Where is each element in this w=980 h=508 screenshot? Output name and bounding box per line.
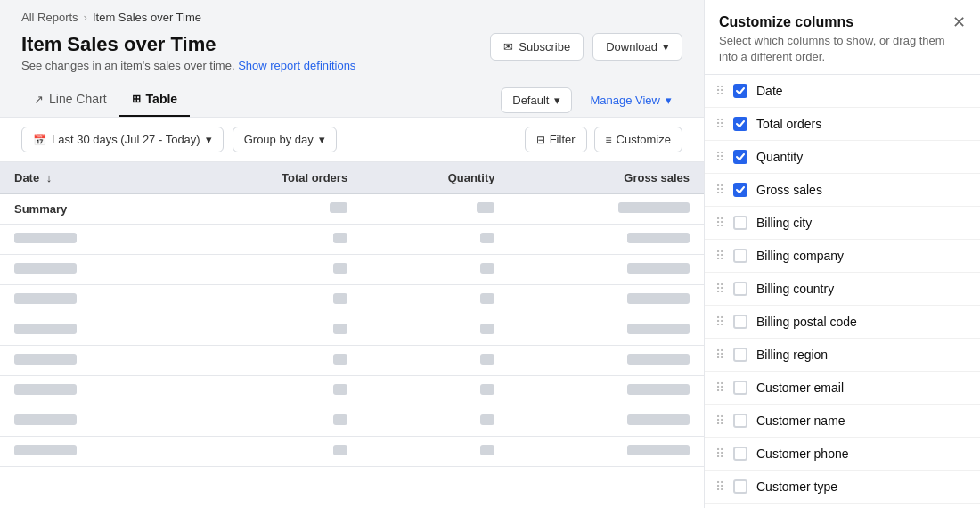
table-row bbox=[0, 315, 704, 346]
drag-handle-customer-type[interactable]: ⠿ bbox=[715, 479, 724, 494]
tab-line-chart[interactable]: ↗ Line Chart bbox=[21, 83, 119, 117]
tab-table[interactable]: ⊞ Table bbox=[119, 83, 191, 117]
controls-bar: 📅 Last 30 days (Jul 27 - Today) ▾ Group … bbox=[0, 117, 704, 162]
drag-handle-total-orders[interactable]: ⠿ bbox=[715, 117, 724, 131]
summary-total-orders bbox=[177, 194, 362, 225]
customize-panel: Customize columns Select which columns t… bbox=[704, 0, 980, 508]
breadcrumb-parent[interactable]: All Reports bbox=[21, 11, 78, 24]
column-item-billing-city[interactable]: ⠿Billing city bbox=[705, 207, 980, 240]
col-label-customer-phone: Customer phone bbox=[756, 447, 849, 461]
table-row bbox=[0, 255, 704, 285]
checkbox-billing-country[interactable] bbox=[733, 282, 747, 296]
group-by-select[interactable]: Group by day ▾ bbox=[233, 127, 337, 152]
checkbox-total-orders[interactable] bbox=[733, 117, 747, 131]
column-item-date[interactable]: ⠿Date bbox=[705, 75, 980, 108]
panel-title: Customize columns bbox=[719, 14, 952, 30]
summary-gross-sales bbox=[509, 194, 704, 225]
checkbox-quantity[interactable] bbox=[733, 150, 747, 164]
filter-button[interactable]: ⊟ Filter bbox=[525, 127, 587, 152]
drag-handle-customer-name[interactable]: ⠿ bbox=[715, 414, 724, 428]
customize-icon: ≡ bbox=[606, 134, 612, 146]
checkbox-billing-region[interactable] bbox=[733, 348, 747, 362]
col-label-total-orders: Total orders bbox=[756, 117, 821, 131]
col-label-customer-email: Customer email bbox=[756, 381, 844, 395]
column-item-customer-email[interactable]: ⠿Customer email bbox=[705, 372, 980, 405]
col-header-gross-sales[interactable]: Gross sales bbox=[509, 162, 704, 194]
col-header-date[interactable]: Date ↓ bbox=[0, 162, 177, 194]
tabs-bar: ↗ Line Chart ⊞ Table Default ▾ Manage Vi… bbox=[0, 83, 704, 117]
chevron-down-icon: ▾ bbox=[319, 133, 325, 146]
customize-button[interactable]: ≡ Customize bbox=[594, 127, 682, 152]
checkbox-billing-postal-code[interactable] bbox=[733, 315, 747, 329]
checkbox-date[interactable] bbox=[733, 84, 747, 98]
summary-row: Summary bbox=[0, 194, 704, 225]
column-item-billing-country[interactable]: ⠿Billing country bbox=[705, 273, 980, 306]
panel-header: Customize columns Select which columns t… bbox=[705, 0, 980, 75]
data-table: Date ↓ Total orders Quantity Gross sales… bbox=[0, 162, 704, 467]
checkbox-billing-company[interactable] bbox=[733, 249, 747, 263]
column-item-customer-phone[interactable]: ⠿Customer phone bbox=[705, 438, 980, 471]
drag-handle-customer-email[interactable]: ⠿ bbox=[715, 381, 724, 395]
subscribe-button[interactable]: ✉ Subscribe bbox=[490, 33, 584, 61]
table-header-row: Date ↓ Total orders Quantity Gross sales bbox=[0, 162, 704, 194]
column-item-quantity[interactable]: ⠿Quantity bbox=[705, 141, 980, 174]
sort-icon: ↓ bbox=[46, 171, 53, 184]
chevron-down-icon: ▾ bbox=[206, 133, 212, 146]
checkbox-gross-sales[interactable] bbox=[733, 183, 747, 197]
column-item-billing-postal-code[interactable]: ⠿Billing postal code bbox=[705, 306, 980, 339]
drag-handle-billing-company[interactable]: ⠿ bbox=[715, 249, 724, 263]
checkbox-customer-phone[interactable] bbox=[733, 447, 747, 461]
default-view-select[interactable]: Default ▾ bbox=[501, 87, 572, 113]
drag-handle-customer-phone[interactable]: ⠿ bbox=[715, 447, 724, 461]
checkbox-customer-type[interactable] bbox=[733, 479, 747, 494]
chevron-down-icon: ▾ bbox=[554, 94, 560, 107]
column-item-billing-region[interactable]: ⠿Billing region bbox=[705, 339, 980, 372]
col-header-quantity[interactable]: Quantity bbox=[362, 162, 509, 194]
drag-handle-date[interactable]: ⠿ bbox=[715, 84, 724, 98]
manage-view-button[interactable]: Manage View ▾ bbox=[579, 88, 682, 112]
drag-handle-billing-city[interactable]: ⠿ bbox=[715, 216, 724, 230]
summary-quantity bbox=[362, 194, 509, 225]
date-range-select[interactable]: 📅 Last 30 days (Jul 27 - Today) ▾ bbox=[21, 127, 224, 152]
download-button[interactable]: Download ▾ bbox=[592, 33, 682, 61]
main-content: All Reports › Item Sales over Time Item … bbox=[0, 0, 704, 508]
header-section: Item Sales over Time See changes in an i… bbox=[0, 29, 704, 83]
column-item-gross-sales[interactable]: ⠿Gross sales bbox=[705, 174, 980, 207]
breadcrumb-current: Item Sales over Time bbox=[93, 11, 201, 24]
table-row bbox=[0, 406, 704, 437]
col-label-billing-postal-code: Billing postal code bbox=[756, 315, 857, 329]
col-label-customer-type: Customer type bbox=[756, 479, 837, 494]
calendar-icon: 📅 bbox=[33, 134, 46, 146]
drag-handle-quantity[interactable]: ⠿ bbox=[715, 150, 724, 164]
breadcrumb-separator: › bbox=[84, 11, 87, 24]
drag-handle-billing-region[interactable]: ⠿ bbox=[715, 348, 724, 362]
column-item-total-orders[interactable]: ⠿Total orders bbox=[705, 108, 980, 141]
checkbox-customer-email[interactable] bbox=[733, 381, 747, 395]
table-row bbox=[0, 285, 704, 315]
controls-right: ⊟ Filter ≡ Customize bbox=[525, 127, 682, 152]
close-button[interactable]: ✕ bbox=[952, 14, 966, 30]
show-definitions-link[interactable]: Show report definitions bbox=[238, 59, 355, 72]
subscribe-icon: ✉ bbox=[503, 40, 513, 53]
column-item-customer-name[interactable]: ⠿Customer name bbox=[705, 405, 980, 438]
breadcrumb: All Reports › Item Sales over Time bbox=[0, 0, 704, 29]
filter-icon: ⊟ bbox=[536, 134, 545, 146]
table-row bbox=[0, 346, 704, 376]
chevron-down-icon: ▾ bbox=[663, 40, 669, 53]
column-item-billing-company[interactable]: ⠿Billing company bbox=[705, 240, 980, 273]
page-title: Item Sales over Time bbox=[21, 33, 355, 56]
header-actions: ✉ Subscribe Download ▾ bbox=[490, 33, 682, 61]
col-header-total-orders[interactable]: Total orders bbox=[177, 162, 362, 194]
table-row bbox=[0, 437, 704, 467]
drag-handle-billing-postal-code[interactable]: ⠿ bbox=[715, 315, 724, 329]
checkbox-billing-city[interactable] bbox=[733, 216, 747, 230]
col-label-billing-company: Billing company bbox=[756, 249, 844, 263]
checkbox-customer-name[interactable] bbox=[733, 414, 747, 428]
panel-subtitle: Select which columns to show, or drag th… bbox=[719, 33, 952, 65]
table-icon: ⊞ bbox=[132, 93, 141, 105]
column-list: ⠿Date⠿Total orders⠿Quantity⠿Gross sales⠿… bbox=[705, 75, 980, 508]
column-item-customer-type[interactable]: ⠿Customer type bbox=[705, 471, 980, 504]
col-label-date: Date bbox=[756, 84, 783, 98]
drag-handle-billing-country[interactable]: ⠿ bbox=[715, 282, 724, 296]
drag-handle-gross-sales[interactable]: ⠿ bbox=[715, 183, 724, 197]
